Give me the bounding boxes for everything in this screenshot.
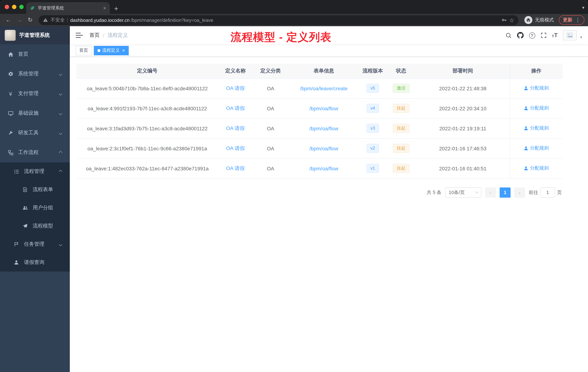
- form-link[interactable]: /bpm/oa/flow: [309, 105, 338, 111]
- sidebar-item-label: 用户分组: [33, 205, 53, 211]
- tag-process-definition[interactable]: 流程定义 ×: [94, 46, 128, 55]
- person-icon: [524, 126, 529, 131]
- search-icon[interactable]: [505, 32, 512, 38]
- cell-category: OA: [253, 98, 288, 118]
- assign-rule-button[interactable]: 分配规则: [524, 85, 549, 92]
- url-path: /bpm/manager/definition?key=oa_leave: [131, 17, 213, 23]
- cell-id: oa_leave:4:991f2193-7b7f-11ec-a3c8-acde4…: [76, 98, 218, 118]
- person-icon: [524, 166, 529, 171]
- security-label[interactable]: 不安全: [51, 17, 65, 23]
- prev-page-button[interactable]: ‹: [485, 187, 496, 197]
- back-button[interactable]: ←: [4, 17, 13, 23]
- github-icon[interactable]: [517, 32, 524, 39]
- chevron-up-icon: [59, 170, 62, 173]
- wrench-icon: [7, 130, 14, 135]
- browser-update-menu[interactable]: 更新 ⋮: [559, 15, 584, 25]
- cell-deploy-time: 2022-01-22 19:19:11: [416, 118, 510, 138]
- sidebar-item-user-group[interactable]: 用户分组: [0, 199, 70, 217]
- sidebar-item-label: 流程模型: [33, 223, 53, 229]
- content-area: 定义编号 定义名称 定义分类 表单信息 流程版本 状态 部署时间 操作 oa_l: [70, 57, 588, 372]
- chevron-up-icon: [59, 151, 62, 154]
- bookmark-star-icon[interactable]: ☆: [509, 17, 514, 23]
- table-row: oa_leave:3:1fad3d93-7b75-11ec-a3c8-acde4…: [76, 118, 563, 138]
- form-link[interactable]: /bpm/oa/flow: [309, 125, 338, 131]
- sidebar-item-process-management[interactable]: 流程管理: [0, 162, 70, 181]
- assign-rule-button[interactable]: 分配规则: [524, 165, 549, 172]
- fullscreen-icon[interactable]: [541, 33, 546, 38]
- url-bar[interactable]: 不安全 dashboard.yudao.iocoder.cn/bpm/manag…: [39, 15, 519, 25]
- goto-page-input[interactable]: [540, 187, 555, 197]
- sidebar-item-label: 任务管理: [24, 241, 44, 248]
- kebab-menu-icon[interactable]: ⋮: [575, 17, 580, 22]
- page-size-value: 10条/页: [449, 189, 465, 196]
- sidebar-item-process-model[interactable]: 流程模型: [0, 217, 70, 235]
- form-link[interactable]: /bpm/oa/flow: [309, 145, 338, 151]
- goto-unit: 页: [557, 189, 562, 196]
- sidebar-logo[interactable]: 芋道管理系统: [0, 26, 70, 44]
- gear-icon: [7, 71, 14, 77]
- sidebar-item-devtools[interactable]: 研发工具: [0, 123, 70, 143]
- header-category: 定义分类: [253, 64, 288, 78]
- form-icon: [22, 187, 28, 192]
- assign-rule-button[interactable]: 分配规则: [524, 105, 549, 111]
- breadcrumb-home[interactable]: 首页: [89, 32, 100, 39]
- definition-name-link[interactable]: OA 请假: [226, 145, 245, 151]
- sidebar-item-label: 首页: [18, 51, 28, 57]
- status-badge: 挂起: [393, 124, 410, 133]
- sidebar-item-task-management[interactable]: 任务管理: [0, 235, 70, 253]
- question-icon[interactable]: ?: [529, 32, 535, 38]
- definition-name-link[interactable]: OA 请假: [226, 165, 245, 171]
- browser-toolbar: ← → ↻ 不安全 dashboard.yudao.iocoder.cn/bpm…: [0, 14, 588, 26]
- sidebar-item-leave-query[interactable]: 请假查询: [0, 253, 70, 272]
- next-page-button[interactable]: ›: [514, 187, 525, 197]
- form-link[interactable]: /bpm/oa/flow: [309, 165, 338, 171]
- sidebar-item-payment[interactable]: ¥ 支付管理: [0, 84, 70, 103]
- avatar[interactable]: [563, 30, 577, 40]
- page-size-select[interactable]: 10条/页: [445, 187, 482, 197]
- flag-icon: [13, 242, 20, 247]
- sidebar-item-infrastructure[interactable]: 基础设施: [0, 103, 70, 123]
- sidebar-item-label: 请假查询: [24, 259, 44, 266]
- tag-close-icon[interactable]: ×: [122, 48, 125, 53]
- chevron-down-icon: [59, 242, 62, 246]
- window-minimize-button[interactable]: [12, 5, 16, 9]
- caret-down-icon[interactable]: ▾: [580, 35, 582, 40]
- yen-icon: ¥: [7, 91, 14, 96]
- new-tab-button[interactable]: +: [114, 5, 118, 12]
- cell-deploy-time: 2022-01-16 17:46:53: [416, 138, 510, 158]
- assign-rule-button[interactable]: 分配规则: [524, 125, 549, 131]
- sidebar-item-process-form[interactable]: 流程表单: [0, 181, 70, 199]
- tab-close-icon[interactable]: ×: [103, 5, 106, 11]
- hamburger-icon[interactable]: [76, 33, 83, 38]
- window-close-button[interactable]: [5, 5, 9, 9]
- breadcrumb: 首页 / 流程定义: [89, 32, 128, 39]
- sidebar-item-system[interactable]: 系统管理: [0, 64, 70, 84]
- server-icon: [7, 110, 14, 116]
- form-link[interactable]: /bpm/oa/leave/create: [300, 85, 348, 91]
- definition-name-link[interactable]: OA 请假: [226, 85, 245, 91]
- sidebar-item-home[interactable]: 首页: [0, 44, 70, 64]
- page-number-button[interactable]: 1: [500, 187, 511, 197]
- forward-button[interactable]: →: [15, 17, 24, 23]
- tag-home[interactable]: 首页: [76, 46, 92, 55]
- browser-tab[interactable]: 芋道管理系统 ×: [26, 2, 110, 14]
- definition-name-link[interactable]: OA 请假: [226, 105, 245, 111]
- status-badge: 激活: [393, 84, 410, 93]
- font-size-icon[interactable]: TT: [552, 33, 558, 38]
- warning-triangle-icon: [43, 17, 48, 22]
- definition-name-link[interactable]: OA 请假: [226, 125, 245, 131]
- tags-view-bar: 首页 流程定义 ×: [70, 44, 588, 57]
- annotation-text: 流程模型 - 定义列表: [231, 30, 331, 45]
- tab-search-caret-icon[interactable]: ▾: [582, 5, 584, 10]
- sidebar: 芋道管理系统 首页 系统管理 ¥ 支付管理: [0, 26, 70, 372]
- version-badge: v4: [366, 104, 379, 113]
- sidebar-item-workflow[interactable]: 工作流程: [0, 143, 70, 162]
- assign-rule-button[interactable]: 分配规则: [524, 145, 549, 152]
- chevron-down-icon: [59, 92, 62, 95]
- window-zoom-button[interactable]: [19, 5, 24, 9]
- tab-favicon-leaf-icon: [30, 5, 35, 11]
- key-icon[interactable]: [501, 17, 507, 23]
- reload-button[interactable]: ↻: [25, 17, 35, 23]
- list-icon: [13, 169, 20, 174]
- tag-label: 首页: [79, 47, 88, 54]
